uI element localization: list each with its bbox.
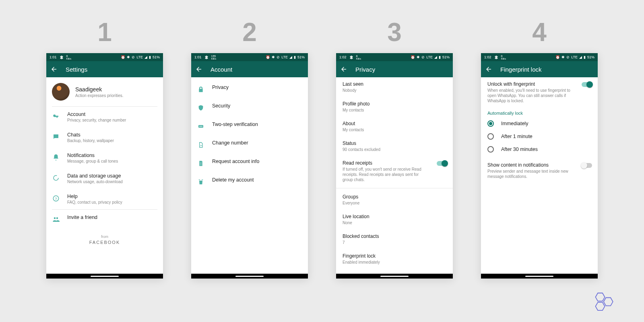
svg-point-4: [199, 126, 200, 127]
watermark-logo: [591, 290, 620, 311]
readreceipts-toggle[interactable]: [437, 161, 447, 166]
help-icon: ?: [52, 194, 60, 202]
privacy-row-blocked[interactable]: Blocked contacts 7: [336, 229, 453, 249]
vpn-icon: [59, 55, 64, 59]
profile-status: Action expresses priorities.: [75, 93, 124, 98]
signal-icon: ◢: [144, 55, 147, 59]
radio-30minutes[interactable]: After 30 minutes: [481, 143, 598, 156]
divider: [336, 188, 453, 188]
step-number: 4: [532, 19, 547, 45]
account-row-request[interactable]: Request account info: [191, 154, 308, 172]
trash-icon: [197, 178, 205, 186]
dnd-icon: ⊘: [421, 55, 425, 59]
radio-button[interactable]: [487, 146, 494, 153]
fp-showcontent-toggle[interactable]: [582, 163, 592, 168]
back-button[interactable]: [50, 66, 58, 73]
app-bar: Privacy: [336, 61, 453, 77]
screen-title: Privacy: [355, 66, 375, 73]
radio-button[interactable]: [487, 120, 494, 127]
privacy-row-about[interactable]: About My contacts: [336, 117, 453, 136]
footer: from FACEBOOK: [46, 235, 163, 245]
settings-row-account[interactable]: Account Privacy, security, change number: [46, 107, 163, 127]
key-icon: [52, 112, 60, 120]
people-icon: [52, 215, 60, 223]
privacy-row-status[interactable]: Status 90 contacts excluded: [336, 136, 453, 156]
app-bar: Settings: [46, 61, 163, 77]
privacy-row-fingerprint[interactable]: Fingerprint lock Enabled immediately: [336, 249, 453, 269]
vpn-icon: [349, 55, 354, 59]
radio-button[interactable]: [487, 133, 494, 140]
bell-icon: [52, 153, 60, 161]
account-row-security[interactable]: Security: [191, 98, 308, 117]
alarm-icon: ⏰: [266, 55, 270, 59]
profile-name: Saadigeek: [75, 86, 124, 93]
settings-row-notifications[interactable]: Notifications Message, group & call tone…: [46, 148, 163, 168]
autolock-header: Automatically lock: [481, 107, 598, 117]
step-number: 1: [97, 19, 112, 45]
phone-screen-3: 1:02 8 KB/s ⏰ ✱ ⊘ LTE ◢ ▮ 51%: [336, 53, 453, 279]
privacy-row-readreceipts[interactable]: Read receipts If turned off, you won't s…: [336, 156, 453, 186]
profile-row[interactable]: Saadigeek Action expresses priorities.: [46, 77, 163, 106]
fp-unlock-toggle[interactable]: [582, 82, 592, 87]
vpn-icon: [204, 55, 209, 59]
dnd-icon: ⊘: [132, 55, 135, 59]
settings-row-chats[interactable]: Chats Backup, history, wallpaper: [46, 127, 163, 148]
radio-immediately[interactable]: Immediately: [481, 117, 598, 130]
back-button[interactable]: [340, 66, 347, 73]
signal-icon: ◢: [289, 55, 292, 59]
account-row-changenumber[interactable]: Change number: [191, 135, 308, 154]
svg-point-0: [54, 175, 58, 180]
shield-icon: [197, 104, 205, 112]
battery-icon: ▮: [294, 55, 296, 59]
screen-title: Settings: [66, 66, 87, 73]
signal-icon: ◢: [434, 55, 437, 59]
svg-marker-8: [604, 298, 613, 306]
radio-1minute[interactable]: After 1 minute: [481, 130, 598, 143]
account-row-twostep[interactable]: Two-step verification: [191, 117, 308, 135]
privacy-row-profilephoto[interactable]: Profile photo My contacts: [336, 97, 453, 117]
phone-screen-1: 1:01 0 KB/s ⏰ ✱ ⊘ LTE ◢ ▮ 51%: [46, 53, 163, 279]
fp-row-unlock[interactable]: Unlock with fingerprint When enabled, yo…: [481, 77, 598, 107]
network-label: LTE: [136, 55, 143, 59]
fp-row-showcontent[interactable]: Show content in notifications Preview se…: [481, 158, 598, 183]
settings-row-data[interactable]: Data and storage usage Network usage, au…: [46, 168, 163, 189]
step-4-column: 4 1:02 0 KB/s ⏰ ✱ ⊘ LTE ◢ ▮: [481, 19, 598, 279]
status-time: 1:02: [339, 55, 347, 59]
status-bar: 1:02 0 KB/s ⏰ ✱ ⊘ LTE ◢ ▮ 51%: [481, 53, 598, 61]
nav-bar: [336, 274, 453, 279]
privacy-row-livelocation[interactable]: Live location None: [336, 210, 453, 229]
status-time: 1:01: [50, 55, 57, 59]
nav-bar: [481, 274, 598, 279]
settings-row-invite[interactable]: Invite a friend: [46, 210, 163, 228]
status-time: 1:02: [484, 55, 491, 59]
step-3-column: 3 1:02 8 KB/s ⏰ ✱ ⊘ LTE ◢ ▮: [336, 19, 453, 279]
sim-icon: [197, 141, 205, 149]
dnd-icon: ⊘: [566, 55, 570, 59]
battery-icon: ▮: [584, 55, 586, 59]
step-number: 3: [387, 19, 402, 45]
alarm-icon: ⏰: [121, 55, 125, 59]
dnd-icon: ⊘: [277, 55, 280, 59]
svg-point-5: [200, 126, 201, 127]
screen-title: Fingerprint lock: [500, 66, 542, 73]
phone-screen-4: 1:02 0 KB/s ⏰ ✱ ⊘ LTE ◢ ▮ 51%: [481, 53, 598, 279]
phone-screen-2: 1:01 155 KB/s ⏰ ✱ ⊘ LTE ◢ ▮ 51%: [191, 53, 308, 279]
battery-label: 51%: [153, 55, 160, 59]
step-1-column: 1 1:01 0 KB/s ⏰ ✱ ⊘ LTE: [46, 19, 163, 279]
nav-bar: [191, 274, 308, 279]
svg-point-6: [202, 126, 202, 127]
back-button[interactable]: [485, 66, 492, 73]
svg-marker-7: [596, 293, 605, 301]
account-row-delete[interactable]: Delete my account: [191, 172, 308, 191]
battery-icon: ▮: [439, 55, 441, 59]
pin-icon: [197, 122, 205, 130]
bluetooth-icon: ✱: [561, 55, 565, 59]
alarm-icon: ⏰: [411, 55, 415, 59]
privacy-row-groups[interactable]: Groups Everyone: [336, 190, 453, 210]
privacy-row-lastseen[interactable]: Last seen Nobody: [336, 77, 453, 97]
back-button[interactable]: [195, 66, 202, 73]
settings-row-help[interactable]: ? Help FAQ, contact us, privacy policy: [46, 189, 163, 209]
vpn-icon: [494, 55, 499, 59]
data-icon: [52, 174, 60, 182]
account-row-privacy[interactable]: Privacy: [191, 80, 308, 98]
